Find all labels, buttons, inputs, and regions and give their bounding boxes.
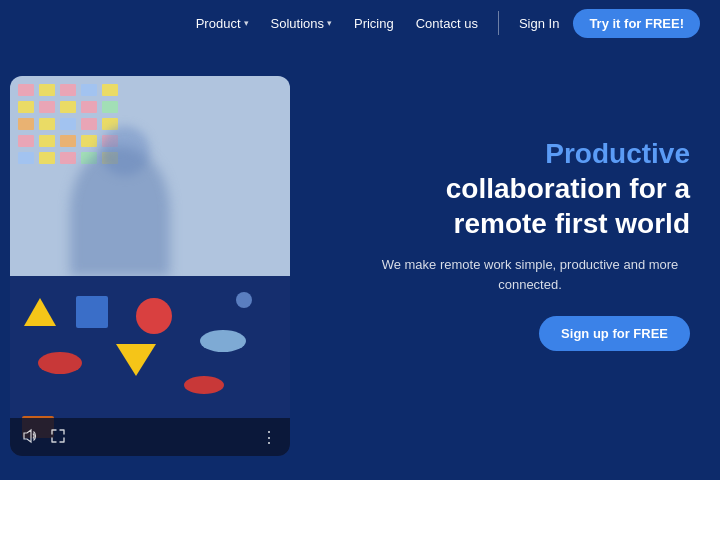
nav-signin-button[interactable]: Sign In [511, 12, 567, 35]
sticky-note [60, 118, 76, 130]
hero-subtext: We make remote work simple, productive a… [370, 255, 690, 294]
sticky-note [18, 152, 34, 164]
video-top-photo [10, 76, 290, 276]
shape-red-oval [38, 352, 82, 374]
main-area: Productive collaboration for a remote fi… [0, 46, 720, 540]
sticky-note [81, 84, 97, 96]
shape-red-circle [136, 298, 172, 334]
shape-yellow-triangle [24, 298, 56, 326]
chevron-down-icon: ▾ [244, 18, 249, 28]
sticky-note [102, 101, 118, 113]
sticky-note [39, 101, 55, 113]
hero-cta-button[interactable]: Sign up for FREE [539, 316, 690, 351]
hero-highlight: Productive [545, 138, 690, 169]
sticky-note [81, 101, 97, 113]
hero-rest: collaboration for a remote first world [446, 173, 690, 239]
person-body [70, 146, 170, 276]
sticky-note [60, 152, 76, 164]
sticky-note [39, 152, 55, 164]
hero-text: Productive collaboration for a remote fi… [370, 136, 690, 351]
sticky-note [39, 84, 55, 96]
nav-items: Product ▾ Solutions ▾ Pricing Contact us… [188, 9, 700, 38]
volume-svg [22, 428, 38, 444]
video-controls-bar: ⋮ [10, 418, 290, 456]
white-bottom [0, 480, 720, 540]
sticky-note [39, 135, 55, 147]
sticky-note [60, 135, 76, 147]
sticky-note [81, 118, 97, 130]
sticky-note [60, 101, 76, 113]
sticky-note [60, 84, 76, 96]
nav-product-label: Product [196, 16, 241, 31]
fullscreen-svg [50, 428, 66, 444]
nav-cta-button[interactable]: Try it for FREE! [573, 9, 700, 38]
nav-product[interactable]: Product ▾ [188, 12, 257, 35]
more-options-icon[interactable]: ⋮ [261, 428, 278, 447]
chevron-down-icon: ▾ [327, 18, 332, 28]
nav-pricing-label: Pricing [354, 16, 394, 31]
nav-contact[interactable]: Contact us [408, 12, 486, 35]
nav-solutions[interactable]: Solutions ▾ [263, 12, 340, 35]
sticky-note [81, 135, 97, 147]
sticky-note [39, 118, 55, 130]
sticky-note [18, 84, 34, 96]
nav-divider [498, 11, 499, 35]
nav-solutions-label: Solutions [271, 16, 324, 31]
shape-blue-small-circle [236, 292, 252, 308]
navbar: Product ▾ Solutions ▾ Pricing Contact us… [0, 0, 720, 46]
video-bottom-panel: ⋮ [10, 276, 290, 456]
video-card: ⋮ [10, 76, 290, 456]
sticky-note [18, 135, 34, 147]
hero-headline: Productive collaboration for a remote fi… [370, 136, 690, 241]
volume-icon[interactable] [22, 428, 38, 447]
nav-pricing[interactable]: Pricing [346, 12, 402, 35]
sticky-note [18, 118, 34, 130]
shape-red-oval-small [184, 376, 224, 394]
sticky-note [102, 84, 118, 96]
fullscreen-icon[interactable] [50, 428, 66, 447]
shape-yellow-triangle-down [116, 344, 156, 376]
shape-blue-square [76, 296, 108, 328]
sticky-note [18, 101, 34, 113]
shape-light-blue-oval [200, 330, 246, 352]
nav-contact-label: Contact us [416, 16, 478, 31]
